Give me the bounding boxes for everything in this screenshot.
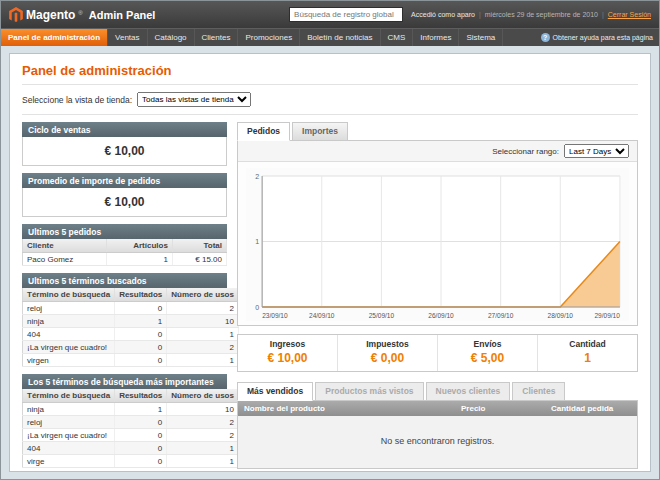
- average-order-block: Promedio de importe de pedidos € 10,00: [22, 173, 227, 217]
- search-term-row[interactable]: ninja 1 10: [23, 403, 239, 416]
- chart-panel: Seleccionar rango: Last 7 Days 01223/09/…: [237, 140, 638, 326]
- search-term-row[interactable]: 404 0 1: [23, 328, 239, 341]
- global-search-input[interactable]: [289, 7, 403, 22]
- nav-item-dashboard[interactable]: Panel de administración: [1, 29, 108, 46]
- store-view-label: Seleccione la vista de tienda:: [22, 95, 132, 105]
- logout-link[interactable]: Cerrar Sesión: [608, 11, 651, 18]
- tab-pedidos[interactable]: Pedidos: [237, 122, 290, 141]
- stat-value: € 10,00: [240, 351, 335, 365]
- search-uses: 1: [167, 354, 239, 367]
- column-header-price: Precio: [455, 401, 545, 416]
- stat-ingresos: Ingresos € 10,00: [238, 335, 338, 371]
- help-icon: ?: [541, 33, 550, 42]
- bestsellers-grid: Nombre del producto Precio Cantidad pedi…: [237, 400, 638, 469]
- logo-text: Magento: [26, 8, 75, 22]
- order-row[interactable]: Paco Gomez 1 € 15.00: [23, 253, 227, 266]
- magento-logo[interactable]: Magento ® Admin Panel: [9, 7, 155, 23]
- chart-area: 01223/09/1024/09/1025/09/1026/09/1027/09…: [238, 162, 637, 325]
- magento-admin-window: Magento ® Admin Panel Accedió como aparo…: [0, 0, 660, 480]
- stat-value: € 5,00: [440, 351, 535, 365]
- search-results: 1: [115, 403, 167, 416]
- column-header: Número de usos: [167, 389, 239, 403]
- top-search-block: Los 5 términos de búsqueda más important…: [22, 374, 227, 468]
- search-term-row[interactable]: ¡La virgen que cuadro! 0 2: [23, 429, 239, 442]
- nav-item-boletin[interactable]: Boletín de noticias: [300, 29, 380, 46]
- nav-item-cms[interactable]: CMS: [381, 29, 414, 46]
- search-uses: 1: [167, 442, 239, 455]
- stat-label: Cantidad: [540, 339, 635, 349]
- content-background: Panel de administración Seleccione la vi…: [1, 46, 659, 479]
- range-bar: Seleccionar rango: Last 7 Days: [238, 141, 637, 162]
- nav-item-promociones[interactable]: Promociones: [238, 29, 300, 46]
- search-results: 0: [115, 455, 167, 468]
- main-nav: Panel de administración Ventas Catálogo …: [1, 28, 659, 46]
- column-header: Total: [172, 239, 226, 253]
- nav-item-catalogo[interactable]: Catálogo: [148, 29, 195, 46]
- top-search-table: Término de búsqueda Resultados Número de…: [22, 389, 239, 468]
- search-results: 0: [115, 416, 167, 429]
- search-results: 0: [115, 429, 167, 442]
- tab-importes[interactable]: Importes: [292, 122, 348, 141]
- account-info: Accedió como aparo | miércoles 29 de sep…: [411, 11, 651, 18]
- search-term: reloj: [23, 416, 115, 429]
- svg-text:2: 2: [255, 173, 259, 180]
- svg-text:0: 0: [255, 304, 259, 311]
- grid-tab-productos-mas-vistos[interactable]: Productos más vistos: [315, 382, 423, 401]
- grid-tab-mas-vendidos[interactable]: Más vendidos: [237, 382, 313, 401]
- totals-bar: Ingresos € 10,00 Impuestos € 0,00 Envíos…: [237, 334, 638, 372]
- search-term-row[interactable]: ¡La virgen que cuadro! 0 2: [23, 341, 239, 354]
- nav-item-informes[interactable]: Informes: [413, 29, 459, 46]
- logged-in-text: Accedió como aparo: [411, 11, 475, 18]
- search-term-row[interactable]: virge 0 1: [23, 455, 239, 468]
- svg-text:25/09/10: 25/09/10: [369, 312, 395, 319]
- top-search-header: Los 5 términos de búsqueda más important…: [22, 374, 227, 389]
- grid-tab-clientes[interactable]: Clientes: [512, 382, 565, 401]
- trademark-symbol: ®: [78, 10, 82, 16]
- stat-envios: Envíos € 5,00: [438, 335, 538, 371]
- search-term-row[interactable]: reloj 0 2: [23, 416, 239, 429]
- search-term-row[interactable]: virgen 0 1: [23, 354, 239, 367]
- svg-text:26/09/10: 26/09/10: [428, 312, 454, 319]
- svg-text:28/09/10: 28/09/10: [548, 312, 574, 319]
- search-uses: 2: [167, 416, 239, 429]
- svg-text:23/09/10: 23/09/10: [262, 312, 288, 319]
- nav-item-ventas[interactable]: Ventas: [108, 29, 147, 46]
- average-order-header: Promedio de importe de pedidos: [22, 173, 227, 188]
- range-label: Seleccionar rango:: [492, 147, 559, 156]
- search-term: virgen: [23, 354, 115, 367]
- search-results: 0: [115, 442, 167, 455]
- help-link-label: Obtener ayuda para esta página: [553, 34, 653, 41]
- stat-value: 1: [540, 351, 635, 365]
- store-view-select[interactable]: Todas las vistas de tienda: [137, 92, 251, 107]
- search-uses: 10: [167, 403, 239, 416]
- lifetime-sales-block: Ciclo de ventas € 10,00: [22, 122, 227, 166]
- search-term: reloj: [23, 302, 115, 315]
- help-link[interactable]: ? Obtener ayuda para esta página: [535, 29, 659, 46]
- stat-value: € 0,00: [340, 351, 435, 365]
- search-uses: 10: [167, 315, 239, 328]
- range-select[interactable]: Last 7 Days: [564, 144, 629, 158]
- search-results: 0: [115, 328, 167, 341]
- search-term-row[interactable]: ninja 1 10: [23, 315, 239, 328]
- nav-item-clientes[interactable]: Clientes: [195, 29, 239, 46]
- search-uses: 2: [167, 302, 239, 315]
- column-header: Número de usos: [167, 288, 239, 302]
- page-title: Panel de administración: [22, 63, 638, 78]
- last-search-header: Ultimos 5 términos buscados: [22, 273, 227, 288]
- dashboard-right-column: Pedidos Importes Seleccionar rango: Last…: [237, 122, 638, 472]
- dashboard-main: Ciclo de ventas € 10,00 Promedio de impo…: [22, 122, 638, 472]
- divider: [22, 114, 638, 115]
- search-results: 0: [115, 354, 167, 367]
- nav-item-sistema[interactable]: Sistema: [459, 29, 503, 46]
- last-orders-table: Cliente Artículos Total Paco Gomez 1 € 1…: [22, 239, 227, 266]
- grid-tabs: Más vendidos Productos más vistos Nuevos…: [237, 382, 638, 401]
- stat-label: Ingresos: [240, 339, 335, 349]
- svg-text:1: 1: [255, 238, 259, 245]
- search-term-row[interactable]: reloj 0 2: [23, 302, 239, 315]
- column-header: Resultados: [115, 389, 167, 403]
- search-term-row[interactable]: 404 0 1: [23, 442, 239, 455]
- empty-records-message: No se encontraron registros.: [238, 416, 637, 468]
- grid-tab-nuevos-clientes[interactable]: Nuevos clientes: [426, 382, 511, 401]
- svg-text:24/09/10: 24/09/10: [309, 312, 335, 319]
- search-results: 0: [115, 341, 167, 354]
